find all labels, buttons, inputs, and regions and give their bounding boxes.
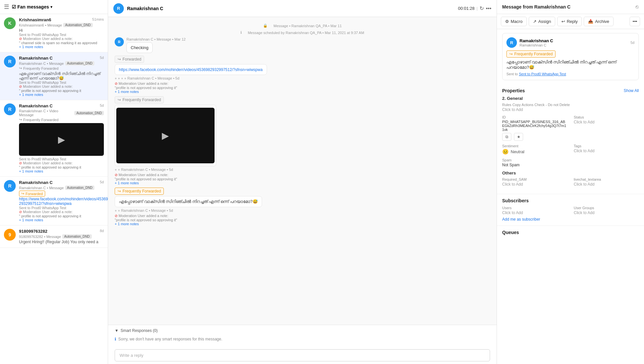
conversation-item-active[interactable]: R Ramakrishnan C 5d Ramakrishnan C • Mes… <box>0 52 108 100</box>
macro-button[interactable]: ⚙ Macro <box>501 17 527 26</box>
refresh-icon[interactable]: ↻ <box>480 5 484 11</box>
rating-dots: ● ● <box>115 209 120 212</box>
right-panel: Message from Ramakrishnan C ⎋ ⚙ Macro ↗ … <box>497 0 644 364</box>
forward-icon: ↪ <box>21 191 24 196</box>
more-notes[interactable]: + 1 more notes <box>19 218 104 222</box>
info-icon: ℹ <box>115 337 116 341</box>
reply-icon: ↩ <box>561 19 565 24</box>
lock-icon: 🔒 <box>261 24 270 28</box>
note-block: ⊘ Moderation User added a note: "profile… <box>115 214 262 226</box>
copy-button[interactable]: ⧉ <box>502 133 511 141</box>
badge: Automation_DND <box>74 111 104 115</box>
conv-preview: Urgent Hiring!! (Regular Job) You only n… <box>19 240 104 244</box>
more-notes[interactable]: + 1 more notes <box>19 93 104 97</box>
star-button[interactable]: ★ <box>514 133 523 141</box>
message-row-video: ↪ Frequently Forwarded ▶ ● ● Ramakrishna… <box>115 96 490 185</box>
message-preview-card: R Ramakrishnan C Ramakrishnan C 5d ↪ Fre… <box>502 33 639 80</box>
conv-preview: എപ്പോഴാണ് വാക്സിൻ സിറിഞ്ചിൽ നിറച്ചത് എന്… <box>19 71 104 81</box>
sentiment-value: Neutral <box>511 149 524 154</box>
sub-users-value[interactable]: Click to Add <box>502 210 567 215</box>
prop-id-label: ID <box>502 115 567 119</box>
conversation-item[interactable]: R Ramakrishnan C 5d Ramakrishnan C • Mes… <box>0 177 108 226</box>
note-label: ⊘ Moderation User added a note: <box>19 37 104 41</box>
more-actions-button[interactable]: ••• <box>630 17 640 26</box>
prop-livechat-value[interactable]: Click to Add <box>574 182 639 187</box>
prop-status-value[interactable]: Click to Add <box>574 120 639 124</box>
conversation-item[interactable]: R Ramakrishnan C 5d Ramakrishnan C • Vid… <box>0 100 108 177</box>
more-notes[interactable]: + 1 more notes <box>19 45 104 49</box>
prop-spam: Spam Not Spam <box>502 158 639 167</box>
conv-content: Ramakrishnan C 5d Ramakrishnan C • Video… <box>19 103 104 173</box>
conv-time: 5d <box>100 103 104 107</box>
conv-top: Krishnasimran6 51mins <box>19 17 104 22</box>
prop-spam-value: Not Spam <box>502 163 639 167</box>
macro-icon: ⚙ <box>505 19 509 24</box>
subscribers-section: Subscribers Users Click to Add User Grou… <box>497 194 644 226</box>
archive-button[interactable]: 📥 Archive <box>584 17 613 26</box>
sub-users-label: Users <box>502 206 567 210</box>
more-notes[interactable]: + 1 more notes <box>115 90 139 94</box>
card-forwarded-label: ↪ Frequently Forwarded <box>506 50 556 58</box>
mod-icon: ⊘ <box>115 82 118 85</box>
sidebar: ☰ ☑ Fan messages ▾ K Krishnasimran6 51mi… <box>0 0 108 364</box>
assign-icon: ↗ <box>533 19 537 24</box>
sidebar-header: ☰ ☑ Fan messages ▾ <box>0 0 108 14</box>
badge: Automation_DND <box>62 234 92 239</box>
prop-status-label: Status <box>574 115 639 119</box>
message-row-checking: R Ramakrishnan C • Message • Mar 12 Chec… <box>115 37 490 53</box>
share-icon[interactable]: ⎋ <box>635 4 639 10</box>
action-bar: ⚙ Macro ↗ Assign ↩ Reply 📥 Archive ••• <box>497 14 644 29</box>
prop-sentiment: Sentiment 😐 Neutral <box>502 144 567 155</box>
prop-livechat-label: livechat_textarea <box>574 177 639 181</box>
subscribers-title: Subscribers <box>502 198 639 203</box>
prop-sam-value[interactable]: Click to Add <box>502 182 567 187</box>
reply-input[interactable]: Write a reply <box>115 349 490 361</box>
show-all-button[interactable]: Show All <box>624 88 639 93</box>
prop-row-rules: Rules Copy Actions Check - Do not Delete… <box>502 103 639 112</box>
prop-rules: Rules Copy Actions Check - Do not Delete… <box>502 103 639 112</box>
smart-responses-header[interactable]: ▼ Smart Responses (0) <box>115 328 490 333</box>
chat-body: 🔒 Message • Ramakrishnan QA_PA • Mar 11 … <box>108 17 497 325</box>
assign-button[interactable]: ↗ Assign <box>529 17 555 26</box>
conv-name: 918099763282 <box>19 229 47 234</box>
card-subname: Ramakrishnan C <box>520 43 553 47</box>
message-url[interactable]: https://www.facebook.com/mohinderr/video… <box>119 67 263 72</box>
card-sent-to: Sent to Sent to Prod0 WhatsApp Test <box>506 72 635 76</box>
reply-button[interactable]: ↩ Reply <box>557 17 582 26</box>
more-options-icon[interactable]: ••• <box>486 6 491 11</box>
menu-icon[interactable]: ☰ <box>4 3 9 10</box>
prop-rules-value[interactable]: Click to Add <box>502 107 639 112</box>
sent-to-link[interactable]: Sent to Prod0 WhatsApp Test <box>519 72 566 76</box>
play-icon[interactable]: ▶ <box>162 130 169 141</box>
forwarded-label: ↪ Frequently Forwarded <box>115 96 164 103</box>
prop-row-id-status: ID PID_WHATSAPP_BUSINESS_316_ABEGkZdRh3M… <box>502 115 639 141</box>
conv-subtitle: 918099763282 • Message Automation_DND <box>19 234 104 239</box>
conv-content: Ramakrishnan C 5d Ramakrishnan C • Messa… <box>19 56 104 97</box>
prop-tags: Tags Click to Add <box>574 144 639 155</box>
prop-tags-value[interactable]: Click to Add <box>574 149 639 153</box>
info-icon: ℹ <box>238 30 244 35</box>
badge: Automation_DND <box>63 23 93 27</box>
prop-row-spam: Spam Not Spam <box>502 158 639 167</box>
sentiment-row: 😐 Neutral <box>502 149 567 155</box>
more-notes[interactable]: + 1 more notes <box>19 169 104 173</box>
conv-top: Ramakrishnan C 5d <box>19 180 104 185</box>
conv-content: Ramakrishnan C 5d Ramakrishnan C • Messa… <box>19 180 104 222</box>
more-notes[interactable]: + 1 more notes <box>115 222 139 226</box>
more-notes[interactable]: + 1 more notes <box>115 181 139 185</box>
conversation-item[interactable]: K Krishnasimran6 51mins Krishnasimran6 •… <box>0 14 108 52</box>
collapse-arrow-icon: ▼ <box>115 328 119 333</box>
msg-content: ↪ Frequently Forwarded എപ്പോഴാണ് വാക്സിൻ… <box>115 188 262 226</box>
sent-to: Sent to Prod0 WhatsApp Test <box>19 206 104 210</box>
add-subscriber-link[interactable]: Add me as subscriber <box>502 217 639 222</box>
conv-subtitle: Ramakrishnan C • Message Automation_DND <box>19 61 104 65</box>
prop-row-sentiment-tags: Sentiment 😐 Neutral Tags Click to Add <box>502 144 639 155</box>
conv-top: 918099763282 8d <box>19 229 104 234</box>
mod-icon: ⊘ <box>115 173 118 177</box>
sub-groups-value[interactable]: Click to Add <box>574 210 639 215</box>
msg-bubble: Checking <box>126 42 153 53</box>
note-label: ⊘ Moderation User added a note: <box>19 84 104 89</box>
msg-content: ↪ Forwarded https://www.facebook.com/moh… <box>115 56 267 94</box>
conversation-item[interactable]: 9 918099763282 8d 918099763282 • Message… <box>0 226 108 248</box>
prop-spam-label: Spam <box>502 158 639 162</box>
